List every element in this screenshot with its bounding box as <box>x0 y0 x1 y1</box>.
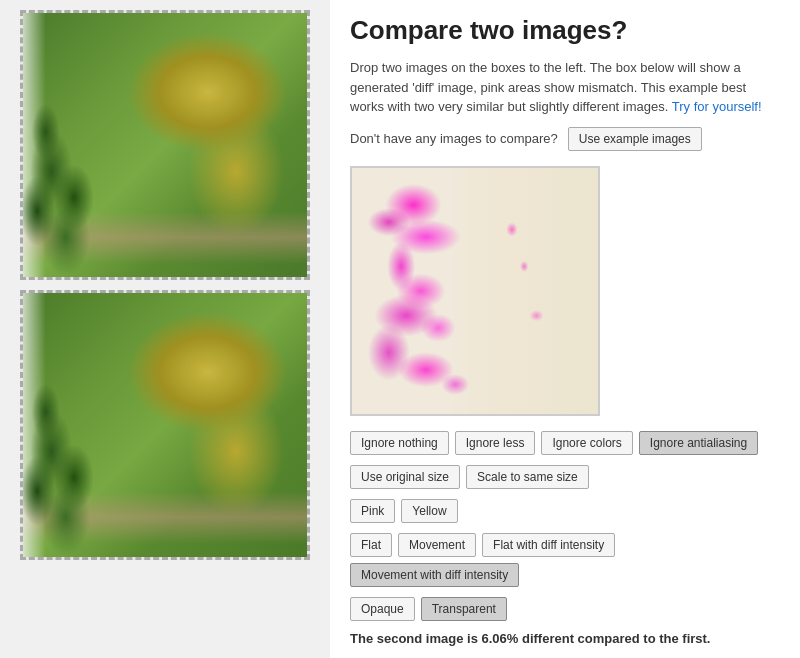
ignore-antialiasing-button[interactable]: Ignore antialiasing <box>639 431 758 455</box>
result-text: The second image is 6.06% different comp… <box>350 631 780 646</box>
diff-marks <box>352 168 598 414</box>
opacity-button-row: Opaque Transparent <box>350 597 780 621</box>
no-images-row: Don't have any images to compare? Use ex… <box>350 127 780 151</box>
app-layout: Compare two images? Drop two images on t… <box>0 0 800 658</box>
ignore-colors-button[interactable]: Ignore colors <box>541 431 632 455</box>
transparent-button[interactable]: Transparent <box>421 597 507 621</box>
diff-canvas <box>352 168 598 414</box>
color-button-row: Pink Yellow <box>350 499 780 523</box>
flat-button[interactable]: Flat <box>350 533 392 557</box>
description-text: Drop two images on the boxes to the left… <box>350 58 770 117</box>
left-panel <box>0 0 330 658</box>
right-panel: Compare two images? Drop two images on t… <box>330 0 800 658</box>
flat-with-diff-intensity-button[interactable]: Flat with diff intensity <box>482 533 615 557</box>
opaque-button[interactable]: Opaque <box>350 597 415 621</box>
size-button-row: Use original size Scale to same size <box>350 465 780 489</box>
result-description: Use the buttons above to change the comp… <box>350 654 750 659</box>
try-yourself-link[interactable]: Try for yourself! <box>672 99 762 114</box>
ignore-less-button[interactable]: Ignore less <box>455 431 536 455</box>
ignore-button-row: Ignore nothing Ignore less Ignore colors… <box>350 431 780 455</box>
movement-button[interactable]: Movement <box>398 533 476 557</box>
use-example-button[interactable]: Use example images <box>568 127 702 151</box>
pink-button[interactable]: Pink <box>350 499 395 523</box>
image-preview-1 <box>23 13 307 277</box>
scale-to-same-size-button[interactable]: Scale to same size <box>466 465 589 489</box>
diff-preview <box>350 166 600 416</box>
intensity-button-row: Flat Movement Flat with diff intensity M… <box>350 533 780 587</box>
result-percentage: The second image is 6.06% different comp… <box>350 631 710 646</box>
image-drop-box-2[interactable] <box>20 290 310 560</box>
ignore-nothing-button[interactable]: Ignore nothing <box>350 431 449 455</box>
movement-with-diff-intensity-button[interactable]: Movement with diff intensity <box>350 563 519 587</box>
image-preview-2 <box>23 293 307 557</box>
page-title: Compare two images? <box>350 15 780 46</box>
image-drop-box-1[interactable] <box>20 10 310 280</box>
use-original-size-button[interactable]: Use original size <box>350 465 460 489</box>
yellow-button[interactable]: Yellow <box>401 499 457 523</box>
no-images-label: Don't have any images to compare? <box>350 131 558 146</box>
